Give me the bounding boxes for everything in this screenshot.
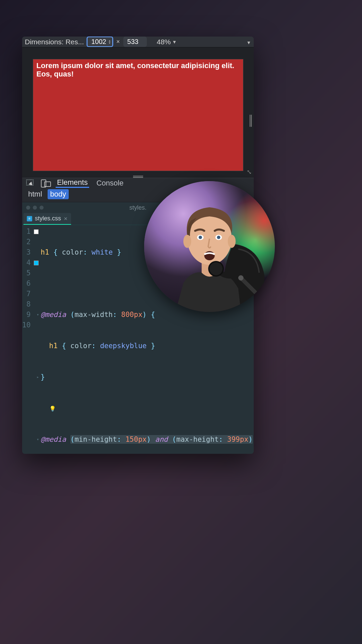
more-options-dropdown[interactable]: ▼ <box>246 38 251 46</box>
resize-handle-diagonal[interactable]: ⤡ <box>247 168 252 176</box>
stepper-icon[interactable]: ▲▼ <box>107 38 111 46</box>
lightbulb-icon[interactable]: 💡 <box>49 406 56 412</box>
svg-point-4 <box>183 235 191 248</box>
line-gutter: 1 2 3 4 5 6 7 8 9 10 <box>22 226 34 454</box>
device-toolbar: Dimensions: Res... ▼ 1002 ▲▼ × 533 48% ▼… <box>22 37 254 47</box>
traffic-light-close[interactable] <box>26 206 30 210</box>
width-input[interactable]: 1002 ▲▼ <box>87 37 113 47</box>
device-toggle-icon[interactable] <box>41 179 50 187</box>
inspect-element-icon[interactable] <box>26 179 35 187</box>
heading-text: Lorem ipsum dolor sit amet, consectetur … <box>37 61 234 78</box>
breadcrumb-html[interactable]: html <box>25 189 45 199</box>
color-swatch-white[interactable] <box>34 229 39 234</box>
resize-handle-horizontal[interactable] <box>133 176 143 178</box>
traffic-light-min[interactable] <box>33 206 37 210</box>
tab-elements[interactable]: Elements <box>56 178 89 188</box>
svg-point-13 <box>238 275 244 281</box>
svg-point-9 <box>217 236 220 239</box>
device-preview-area: Lorem ipsum dolor sit amet, consectetur … <box>22 48 254 178</box>
css-file-icon: ≡ <box>27 216 32 221</box>
zoom-dropdown[interactable]: 48% ▼ <box>157 38 177 46</box>
svg-point-8 <box>199 236 202 239</box>
color-swatch-gutter <box>34 226 39 454</box>
editor-window-title: styles. <box>129 204 146 211</box>
close-icon[interactable]: ✕ <box>64 216 68 221</box>
tab-console[interactable]: Console <box>95 178 125 188</box>
color-swatch-deepskyblue[interactable] <box>34 261 39 265</box>
presenter-illustration <box>144 181 275 312</box>
rendered-page[interactable]: Lorem ipsum dolor sit amet, consectetur … <box>33 59 243 171</box>
dimension-separator: × <box>116 38 120 45</box>
chevron-down-icon: ▼ <box>246 40 251 45</box>
resize-handle-vertical[interactable] <box>250 115 252 127</box>
webcam-overlay <box>144 181 275 312</box>
traffic-light-max[interactable] <box>40 206 44 210</box>
dimensions-dropdown[interactable]: Dimensions: Res... ▼ <box>25 38 83 46</box>
dimensions-label: Dimensions: Res... <box>25 38 83 46</box>
height-input[interactable]: 533 <box>123 37 147 47</box>
svg-point-5 <box>228 235 236 248</box>
chevron-down-icon: ▼ <box>172 39 177 45</box>
breadcrumb-body[interactable]: body <box>48 189 69 199</box>
file-tab-styles[interactable]: ≡ styles.css ✕ <box>23 213 71 225</box>
svg-point-12 <box>209 262 223 275</box>
